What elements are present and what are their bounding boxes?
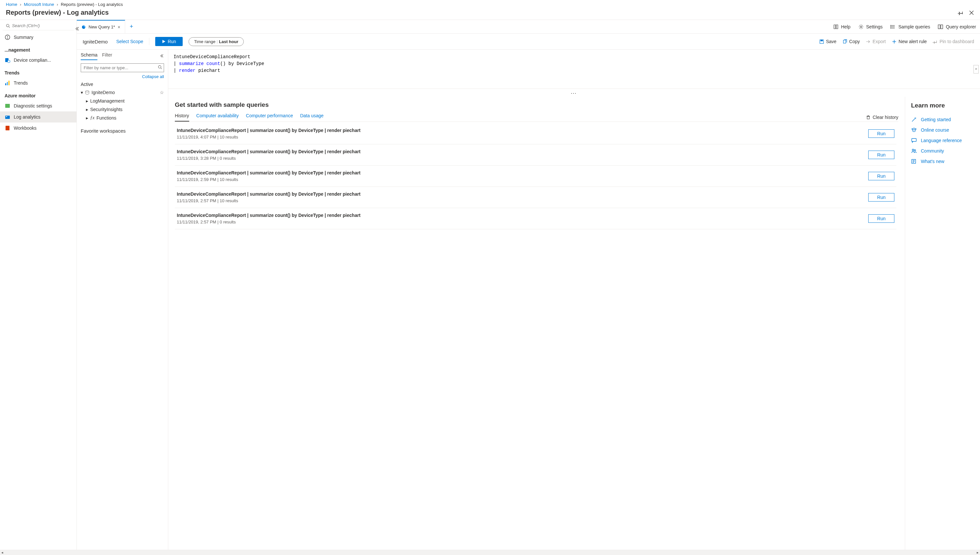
history-run-button[interactable]: Run xyxy=(868,151,894,159)
workspace-name: IgniteDemo xyxy=(83,39,108,45)
tree-logmanagement-label: LogManagement xyxy=(90,98,124,104)
breadcrumb-home[interactable]: Home xyxy=(6,2,17,7)
collapse-all-link[interactable]: Collapse all xyxy=(77,74,168,80)
tab-performance[interactable]: Computer performance xyxy=(246,113,293,122)
svg-rect-29 xyxy=(843,40,846,43)
export-label: Export xyxy=(872,39,885,44)
sidebar-search[interactable] xyxy=(3,21,74,30)
help-button[interactable]: Help xyxy=(829,24,855,29)
svg-rect-11 xyxy=(8,81,10,85)
learn-whats-new[interactable]: What's new xyxy=(911,156,974,167)
nav-diagnostic[interactable]: Diagnostic settings xyxy=(0,100,77,111)
learn-getting-started[interactable]: Getting started xyxy=(911,114,974,125)
history-item[interactable]: IntuneDeviceComplianceReport | summarize… xyxy=(175,208,896,229)
summary-icon xyxy=(5,34,10,40)
history-item[interactable]: IntuneDeviceComplianceReport | summarize… xyxy=(175,123,896,144)
search-icon xyxy=(6,24,10,28)
filter-tab[interactable]: Filter xyxy=(102,52,112,60)
query-editor[interactable]: IntuneDeviceComplianceReport | summarize… xyxy=(168,50,980,89)
breadcrumb-intune[interactable]: Microsoft Intune xyxy=(24,2,54,7)
history-item[interactable]: IntuneDeviceComplianceReport | summarize… xyxy=(175,165,896,187)
play-icon xyxy=(162,40,165,43)
pin-icon[interactable] xyxy=(958,10,963,15)
tree-workspace[interactable]: ▾ IgniteDemo ☆ xyxy=(79,88,166,97)
chevron-right-icon: › xyxy=(57,2,58,7)
tab-availability[interactable]: Computer availability xyxy=(196,113,239,122)
resize-handle-icon[interactable]: ⋯ xyxy=(168,89,980,97)
expand-editor-icon[interactable]: » xyxy=(974,65,979,74)
collapse-sidebar-icon[interactable] xyxy=(74,26,80,32)
svg-rect-28 xyxy=(821,40,823,41)
time-range-value: Last hour xyxy=(219,39,238,44)
nav-workbooks[interactable]: Workbooks xyxy=(0,122,77,134)
nav-device-compliance[interactable]: Device complian... xyxy=(0,55,77,66)
collapse-schema-icon[interactable] xyxy=(159,54,164,59)
schema-tab[interactable]: Schema xyxy=(81,52,97,60)
tree-logmanagement[interactable]: ▸ LogManagement xyxy=(79,97,166,105)
history-item[interactable]: IntuneDeviceComplianceReport | summarize… xyxy=(175,144,896,165)
svg-rect-14 xyxy=(6,116,7,117)
run-button[interactable]: Run xyxy=(155,37,183,46)
nav-section-azure: Azure monitor xyxy=(0,88,77,100)
save-button[interactable]: Save xyxy=(819,39,837,44)
close-icon[interactable] xyxy=(969,10,974,15)
tree-securityinsights[interactable]: ▸ SecurityInsights xyxy=(79,105,166,114)
time-range-picker[interactable]: Time range : Last hour xyxy=(188,37,244,46)
learn-more-panel: Learn more Getting started Online course… xyxy=(905,97,980,552)
query-tab-1[interactable]: New Query 1* × xyxy=(77,20,125,33)
select-scope-button[interactable]: Select Scope xyxy=(116,39,143,44)
learn-language-ref[interactable]: Language reference xyxy=(911,135,974,146)
scroll-right-icon[interactable]: ▸ xyxy=(977,550,979,552)
clear-history-label: Clear history xyxy=(872,115,898,120)
nav-device-compliance-label: Device complian... xyxy=(14,58,51,63)
people-icon xyxy=(911,148,917,154)
pin-dashboard-button[interactable]: Pin to dashboard xyxy=(933,39,974,44)
star-icon[interactable]: ☆ xyxy=(160,90,164,95)
learn-more-title: Learn more xyxy=(911,102,974,109)
history-run-button[interactable]: Run xyxy=(868,129,894,138)
nav-section-trends: Trends xyxy=(0,66,77,77)
help-label: Help xyxy=(841,24,851,29)
samples-title: Get started with sample queries xyxy=(175,101,898,109)
clear-history-button[interactable]: Clear history xyxy=(866,115,898,120)
add-tab-button[interactable]: + xyxy=(125,23,138,30)
svg-line-33 xyxy=(161,68,162,69)
chat-icon xyxy=(911,138,917,143)
schema-filter-input[interactable] xyxy=(81,63,164,72)
bottom-scrollbar[interactable]: ◂ ▸ xyxy=(0,550,980,552)
close-tab-icon[interactable]: × xyxy=(118,24,120,30)
learn-online-course[interactable]: Online course xyxy=(911,125,974,135)
query-explorer-button[interactable]: Query explorer xyxy=(934,24,980,29)
action-bar: IgniteDemo Select Scope Run Time range :… xyxy=(77,34,980,50)
plus-icon xyxy=(892,39,896,44)
nav-trends[interactable]: Trends xyxy=(0,77,77,88)
search-input[interactable] xyxy=(12,23,71,28)
history-run-button[interactable]: Run xyxy=(868,214,894,223)
nav-summary[interactable]: Summary xyxy=(0,32,77,43)
tab-data-usage[interactable]: Data usage xyxy=(300,113,323,122)
new-alert-button[interactable]: New alert rule xyxy=(892,39,927,44)
nav-log-analytics[interactable]: Log analytics xyxy=(0,111,77,122)
history-list[interactable]: IntuneDeviceComplianceReport | summarize… xyxy=(175,123,898,552)
nav-workbooks-label: Workbooks xyxy=(14,125,37,131)
pin-icon xyxy=(933,39,938,44)
history-run-button[interactable]: Run xyxy=(868,172,894,180)
export-icon xyxy=(866,39,871,44)
svg-point-39 xyxy=(913,149,914,151)
svg-rect-15 xyxy=(6,126,10,130)
settings-button[interactable]: Settings xyxy=(855,24,887,29)
settings-label: Settings xyxy=(866,24,883,29)
tree-functions[interactable]: ▸ ƒx Functions xyxy=(79,114,166,122)
sample-queries-button[interactable]: Sample queries xyxy=(887,24,934,29)
export-button[interactable]: Export xyxy=(866,39,885,44)
active-label: Active xyxy=(77,80,168,87)
schema-panel: Schema Filter Collapse all Active ▾ xyxy=(77,50,168,552)
tab-history[interactable]: History xyxy=(175,113,189,122)
scroll-left-icon[interactable]: ◂ xyxy=(1,550,3,552)
svg-point-32 xyxy=(159,66,161,68)
history-item[interactable]: IntuneDeviceComplianceReport | summarize… xyxy=(175,187,896,208)
copy-button[interactable]: Copy xyxy=(842,39,860,44)
learn-community[interactable]: Community xyxy=(911,146,974,156)
history-run-button[interactable]: Run xyxy=(868,193,894,202)
svg-point-21 xyxy=(890,25,891,26)
